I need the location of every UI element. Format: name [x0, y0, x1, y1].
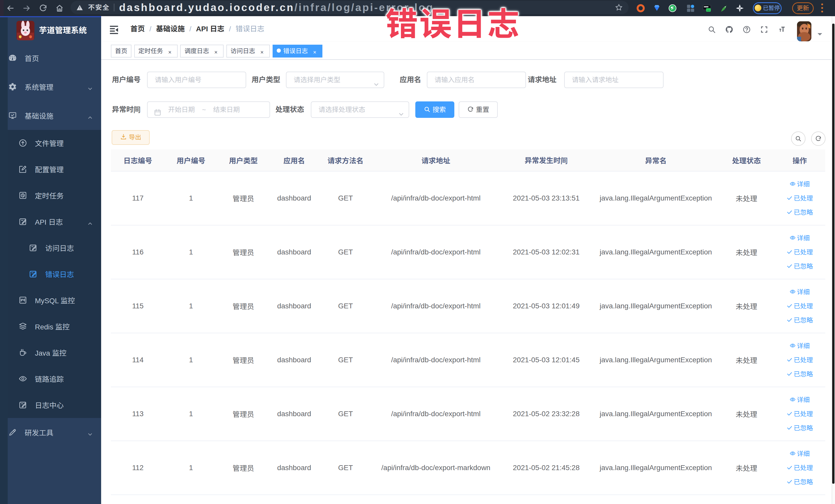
- svg-text:on: on: [707, 9, 710, 12]
